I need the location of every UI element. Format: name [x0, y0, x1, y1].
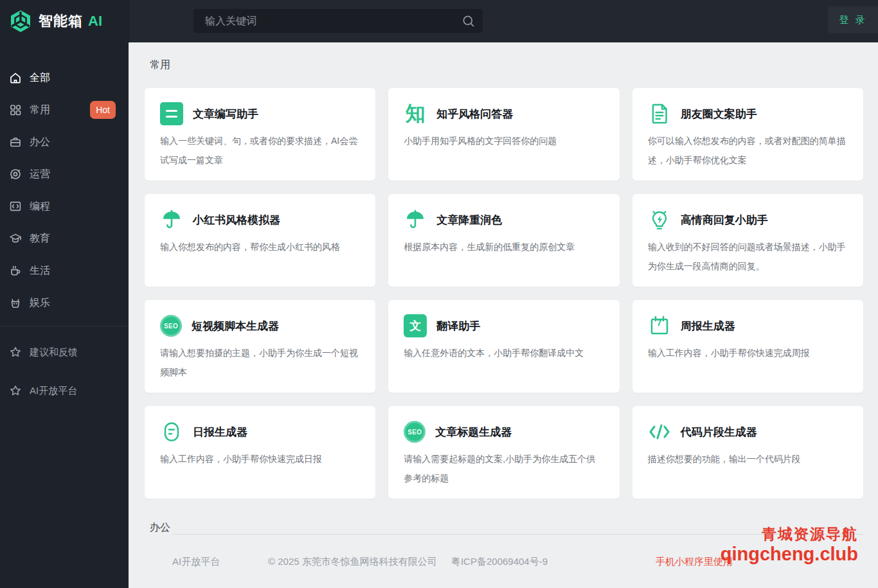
operations-icon — [9, 168, 22, 181]
sidebar-item-entertainment[interactable]: 娱乐 — [0, 287, 129, 319]
umbrella-icon — [160, 208, 183, 231]
brand-suffix: AI — [88, 13, 102, 30]
card-title: 代码片段生成器 — [681, 425, 757, 440]
section-divider — [172, 534, 863, 535]
translate-icon: 文 — [404, 314, 427, 337]
seo-badge-icon: SEO — [160, 315, 182, 337]
sidebar-item-label: 办公 — [30, 136, 50, 149]
search-box — [193, 9, 483, 33]
tool-card-translator[interactable]: 文 翻译助手 输入任意外语的文本，小助手帮你翻译成中文 — [388, 300, 619, 393]
topbar: 登 录 — [129, 0, 878, 42]
mini-program-link[interactable]: 手机小程序里使用 — [656, 556, 733, 568]
card-description: 你可以输入你想发布的内容，或者对配图的简单描述，小助手帮你优化文案 — [648, 131, 848, 170]
umbrella-icon — [404, 208, 427, 231]
card-title: 知乎风格问答器 — [436, 107, 513, 121]
search-input[interactable] — [193, 15, 454, 27]
code-icon — [9, 200, 22, 213]
sidebar-item-label: AI开放平台 — [30, 385, 77, 397]
sidebar-item-office[interactable]: 办公 — [0, 126, 129, 158]
star-icon — [9, 384, 22, 397]
card-description: 描述你想要的功能，输出一个代码片段 — [648, 449, 848, 468]
section-title: 常用 — [150, 58, 170, 72]
cube-icon — [8, 9, 33, 33]
tool-card-short-video-script[interactable]: SEO 短视频脚本生成器 请输入想要拍摄的主题，小助手为你生成一个短视频脚本 — [145, 300, 375, 393]
calendar-icon: 7 — [648, 314, 671, 337]
sidebar-item-label: 教育 — [30, 232, 50, 245]
login-button[interactable]: 登 录 — [828, 6, 878, 33]
coffee-icon — [9, 264, 22, 277]
sidebar: 智能箱 AI 全部 常用 — [0, 0, 129, 588]
list-icon — [160, 102, 183, 125]
sidebar-item-life[interactable]: 生活 — [0, 254, 129, 287]
sidebar-divider — [0, 326, 129, 326]
star-icon — [9, 346, 22, 359]
brand-logo[interactable]: 智能箱 AI — [0, 0, 129, 42]
card-description: 输入一些关键词、句，或者你的要求描述，AI会尝试写成一篇文章 — [160, 131, 360, 170]
card-description: 输入工作内容，小助手帮你快速完成周报 — [648, 343, 848, 362]
card-title: 小红书风格模拟器 — [193, 213, 280, 227]
tool-card-daily-report[interactable]: 日报生成器 输入工作内容，小助手帮你快速完成日报 — [145, 406, 375, 499]
entertainment-icon — [9, 296, 22, 309]
card-title: 高情商回复小助手 — [681, 213, 768, 227]
sidebar-item-label: 常用 — [30, 103, 50, 117]
sidebar-nav: 全部 常用 Hot 办公 — [0, 62, 129, 410]
tool-card-grid: 文章编写助手 输入一些关键词、句，或者你的要求描述，AI会尝试写成一篇文章 知 … — [145, 88, 863, 499]
sidebar-item-feedback[interactable]: 建议和反馈 — [0, 333, 129, 371]
tool-card-article-writer[interactable]: 文章编写助手 输入一些关键词、句，或者你的要求描述，AI会尝试写成一篇文章 — [145, 88, 375, 181]
sidebar-item-ai-platform[interactable]: AI开放平台 — [0, 371, 129, 410]
sidebar-item-label: 建议和反馈 — [30, 346, 78, 359]
footer-ai-platform-link[interactable]: AI开放平台 — [172, 556, 220, 568]
card-description: 请输入想要拍摄的主题，小助手为你生成一个短视频脚本 — [160, 343, 360, 382]
bulb-icon — [648, 208, 671, 231]
search-icon[interactable] — [454, 14, 483, 28]
copyright-text: © 2025 东莞市冬惊鱼网络科技有限公司 — [268, 556, 437, 567]
card-title: 日报生成器 — [193, 425, 247, 440]
card-description: 输入你想发布的内容，帮你生成小红书的风格 — [160, 237, 360, 256]
card-title: 文章编写助手 — [193, 107, 258, 121]
seo-badge-icon: SEO — [404, 421, 426, 443]
tool-card-title-generator[interactable]: SEO 文章标题生成器 请输入需要起标题的文案,小助手为你生成五个供参考的标题 — [388, 406, 619, 499]
tool-card-eq-reply[interactable]: 高情商回复小助手 输入收到的不好回答的问题或者场景描述，小助手为你生成一段高情商… — [632, 194, 863, 287]
code-slash-icon — [648, 420, 671, 443]
card-title: 周报生成器 — [681, 319, 735, 334]
card-description: 输入收到的不好回答的问题或者场景描述，小助手为你生成一段高情商的回复。 — [648, 237, 848, 276]
sidebar-item-education[interactable]: 教育 — [0, 222, 129, 254]
card-title: 文章标题生成器 — [435, 425, 512, 440]
tool-card-rewrite-polish[interactable]: 文章降重润色 根据原本内容，生成新的低重复的原创文章 — [388, 194, 619, 287]
sidebar-item-label: 运营 — [30, 168, 50, 181]
card-description: 输入任意外语的文本，小助手帮你翻译成中文 — [404, 343, 604, 362]
sidebar-item-operations[interactable]: 运营 — [0, 158, 129, 190]
tool-card-code-snippet[interactable]: 代码片段生成器 描述你想要的功能，输出一个代码片段 — [632, 406, 863, 499]
brand-name: 智能箱 — [39, 12, 83, 31]
icp-link[interactable]: 粤ICP备20069404号-9 — [451, 556, 548, 567]
document-icon — [648, 102, 671, 125]
tool-card-weekly-report[interactable]: 7 周报生成器 输入工作内容，小助手帮你快速完成周报 — [632, 300, 863, 393]
tool-card-moments-copy[interactable]: 朋友圈文案助手 你可以输入你想发布的内容，或者对配图的简单描述，小助手帮你优化文… — [632, 88, 863, 181]
footer-copyright: © 2025 东莞市冬惊鱼网络科技有限公司 粤ICP备20069404号-9 — [268, 556, 548, 568]
card-description: 请输入需要起标题的文案,小助手为你生成五个供参考的标题 — [404, 449, 604, 488]
zhihu-icon: 知 — [404, 102, 427, 125]
tool-card-xiaohongshu-style[interactable]: 小红书风格模拟器 输入你想发布的内容，帮你生成小红书的风格 — [145, 194, 375, 287]
sidebar-item-label: 编程 — [30, 200, 50, 213]
card-title: 朋友圈文案助手 — [681, 107, 757, 121]
hot-badge: Hot — [90, 101, 116, 119]
card-description: 输入工作内容，小助手帮你快速完成日报 — [160, 449, 360, 468]
footer: AI开放平台 © 2025 东莞市冬惊鱼网络科技有限公司 粤ICP备200694… — [129, 553, 878, 572]
card-title: 短视频脚本生成器 — [192, 319, 279, 334]
note-icon — [160, 420, 183, 443]
sidebar-item-label: 生活 — [30, 264, 50, 278]
sidebar-item-frequent[interactable]: 常用 Hot — [0, 94, 129, 126]
sidebar-item-coding[interactable]: 编程 — [0, 190, 129, 222]
sidebar-item-label: 娱乐 — [30, 296, 50, 310]
calendar-number: 7 — [648, 317, 671, 328]
card-description: 小助手用知乎风格的文字回答你的问题 — [404, 131, 604, 150]
app-root: 智能箱 AI 全部 常用 — [0, 0, 878, 588]
sidebar-item-label: 全部 — [30, 71, 50, 85]
sidebar-item-all[interactable]: 全部 — [0, 62, 129, 94]
tool-card-zhihu-qa[interactable]: 知 知乎风格问答器 小助手用知乎风格的文字回答你的问题 — [388, 88, 619, 181]
briefcase-icon — [9, 136, 22, 148]
next-section-title: 办公 — [150, 521, 170, 535]
education-icon — [9, 232, 22, 245]
main-content: 常用 文章编写助手 输入一些关键词、句，或者你的要求描述，AI会尝试写成一篇文章… — [129, 42, 878, 588]
card-title: 文章降重润色 — [436, 213, 502, 227]
